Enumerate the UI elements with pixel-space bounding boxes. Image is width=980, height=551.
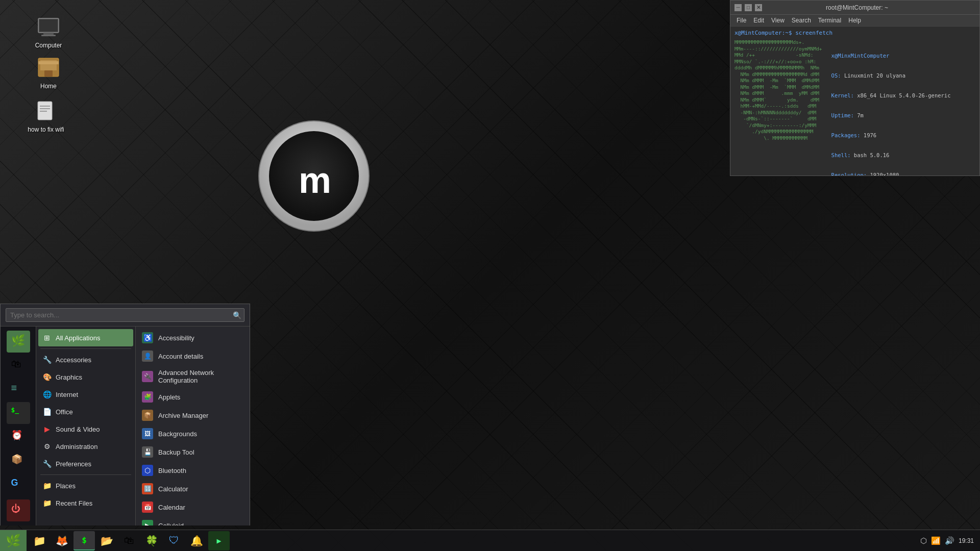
app-item-backgrounds[interactable]: 🖼 Backgrounds [136,424,250,443]
search-submit-button[interactable]: 🔍 [233,311,241,319]
fav-item-google[interactable]: G [7,474,30,496]
fav-item-synaptic[interactable]: 📦 [7,450,30,472]
taskbar-item-nemo[interactable]: 📂 [96,531,117,550]
category-administration[interactable]: ⚙ Administration [36,438,135,455]
svg-rect-13 [40,108,50,109]
terminal-close-button[interactable]: ✕ [755,4,762,11]
taskbar-item-terminal2[interactable]: ▶ [208,531,230,550]
svg-rect-5 [43,33,54,35]
category-internet[interactable]: 🌐 Internet [36,386,135,403]
app-item-celluloid[interactable]: ▶ Celluloid [136,516,250,525]
app-item-backup-tool[interactable]: 💾 Backup Tool [136,443,250,461]
category-recent-icon: 📁 [42,498,52,508]
category-all-applications[interactable]: ⊞ All Applications [38,329,133,346]
taskbar-item-synaptic[interactable]: 🍀 [141,531,162,550]
category-office-icon: 📄 [42,407,52,416]
app-item-advanced-network[interactable]: 🔌 Advanced Network Configuration [136,365,250,388]
fav-item-software[interactable]: 🛍 [7,355,30,377]
app-item-calendar[interactable]: 📅 Calendar [136,498,250,516]
apps-column: ♿ Accessibility 👤 Account details 🔌 Adva… [136,327,250,525]
backup-tool-icon: 💾 [142,446,153,458]
taskbar-item-shield[interactable]: 🛡 [163,531,185,550]
fav-item-power[interactable]: ⏻ [7,499,30,521]
terminal-menu-help[interactable]: Help [845,16,864,25]
calendar-icon: 📅 [142,502,153,513]
menu-body: 🌿 🛍 ≡ $_ ⏰ 📦 G [1,327,250,525]
favorites-sidebar: 🌿 🛍 ≡ $_ ⏰ 📦 G [1,327,36,525]
search-input[interactable] [6,308,244,322]
svg-rect-6 [41,35,56,36]
terminal-sysinfo: x@MinxMintComputer OS: Linuxmint 20 ulya… [831,39,964,176]
fav-item-files[interactable]: ≡ [7,379,30,400]
terminal-body[interactable]: x@MintComputer:~$ screenfetch MMMMMMMMMM… [730,27,979,176]
category-office[interactable]: 📄 Office [36,403,135,420]
svg-rect-9 [38,61,59,64]
category-graphics[interactable]: 🎨 Graphics [36,368,135,386]
category-sound-video[interactable]: ▶ Sound & Video [36,420,135,438]
category-places-icon: 📁 [42,481,52,490]
terminal-title: root@MintComputer: ~ [762,4,952,11]
desktop-icon-home[interactable]: Home [28,56,69,90]
app-item-accessibility[interactable]: ♿ Accessibility [136,329,250,347]
tray-wifi-icon[interactable]: 📶 [931,536,941,545]
taskbar-item-bell[interactable]: 🔔 [186,531,207,550]
fav-item-terminal[interactable]: $_ [7,402,30,424]
terminal-menu-file[interactable]: File [733,16,749,25]
category-administration-icon: ⚙ [42,442,52,451]
terminal-output: MMMMMMMMMMMMMMMMMMMMds+. MMm----:://////… [734,39,975,176]
terminal-maximize-button[interactable]: □ [745,4,752,11]
category-internet-icon: 🌐 [42,390,52,399]
terminal-menu-edit[interactable]: Edit [750,16,767,25]
terminal-menu-search[interactable]: Search [789,16,814,25]
taskbar-item-files[interactable]: 📁 [29,531,50,550]
terminal-ascii-art: MMMMMMMMMMMMMMMMMMMMds+. MMm----:://////… [734,39,822,176]
terminal-minimize-button[interactable]: ─ [734,4,742,11]
taskbar: 🌿 📁 🦊 $ 📂 🛍 🍀 🛡 [0,530,980,551]
app-item-calculator[interactable]: 🔢 Calculator [136,480,250,498]
taskbar-tray: ⬡ 📶 🔊 19:31 [914,536,980,545]
advanced-network-icon: 🔌 [142,371,153,382]
mint-logo: m [255,117,373,235]
category-preferences-icon: 🔧 [42,459,52,468]
category-preferences[interactable]: 🔧 Preferences [36,455,135,472]
terminal-window[interactable]: ─ □ ✕ root@MintComputer: ~ File Edit Vie… [730,0,980,176]
terminal-menu-terminal[interactable]: Terminal [815,16,844,25]
backgrounds-icon: 🖼 [142,428,153,439]
tray-sound-icon[interactable]: 🔊 [945,536,954,545]
category-accessories-icon: 🔧 [42,355,52,364]
search-bar[interactable]: 🔍 [1,304,250,327]
taskbar-item-firefox[interactable]: 🦊 [51,531,72,550]
tray-bluetooth-icon[interactable]: ⬡ [920,536,927,545]
app-item-account-details[interactable]: 👤 Account details [136,347,250,365]
accessibility-icon: ♿ [142,332,153,343]
svg-rect-14 [40,111,47,112]
account-details-icon: 👤 [142,350,153,362]
desktop-icon-wifi-doc[interactable]: how to fix wifi [26,99,66,133]
taskbar-item-mintinstall[interactable]: 🛍 [118,531,140,550]
computer-icon-label: Computer [35,42,62,49]
terminal-menu-view[interactable]: View [768,16,788,25]
start-menu: 🔍 🌿 🛍 ≡ $_ ⏰ [0,304,250,525]
category-all-icon: ⊞ [42,333,52,342]
svg-rect-4 [39,19,58,32]
fav-item-mintmenu[interactable]: 🌿 [7,331,30,353]
tray-time: 19:31 [959,537,974,544]
fav-item-timeshift[interactable]: ⏰ [7,426,30,448]
taskbar-item-terminal[interactable]: $ [74,531,95,550]
category-places[interactable]: 📁 Places [36,477,135,494]
category-recent-files[interactable]: 📁 Recent Files [36,494,135,512]
category-accessories[interactable]: 🔧 Accessories [36,351,135,368]
terminal-window-controls[interactable]: ─ □ ✕ [734,4,762,11]
app-item-bluetooth[interactable]: ⬡ Bluetooth [136,461,250,480]
app-item-applets[interactable]: 🧩 Applets [136,388,250,406]
desktop: m Computer Home [0,0,980,551]
svg-text:m: m [299,160,329,201]
category-sound-video-icon: ▶ [42,424,52,434]
taskbar-start-button[interactable]: 🌿 [0,530,27,552]
app-item-archive-manager[interactable]: 📦 Archive Manager [136,406,250,424]
bluetooth-icon: ⬡ [142,465,153,476]
celluloid-icon: ▶ [142,520,153,525]
desktop-icon-computer[interactable]: Computer [28,15,69,49]
wifi-doc-icon-label: how to fix wifi [28,126,64,133]
category-graphics-icon: 🎨 [42,372,52,382]
